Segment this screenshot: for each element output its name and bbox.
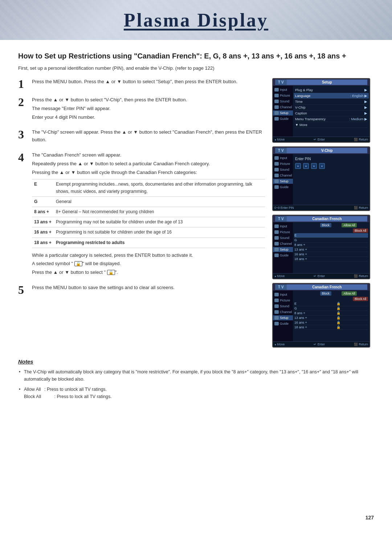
tv-header-cf2: T V Canadian French: [273, 284, 369, 291]
menu-transparency: Menu Transparency: Medium ▶: [295, 116, 367, 122]
cf2-sidebar-sound: Sound: [273, 304, 293, 309]
cat-desc-8: 8+ General – Not recommended for young c…: [54, 207, 265, 217]
input-icon: [274, 88, 279, 92]
cf2-sidebar-input: Input: [273, 292, 293, 297]
tv-screens-column: T V Setup Input Picture Sound Channel Se…: [272, 78, 374, 348]
step-2-number: 2: [18, 96, 27, 108]
sidebar-item-guide: Guide: [273, 116, 293, 121]
cf2-sidebar-setup: Setup: [273, 315, 293, 320]
cf2-sidebar-guide: Guide: [273, 321, 293, 326]
table-row: 8 ans + 8+ General – Not recommended for…: [32, 207, 265, 217]
cf1-col-headers: Block Allow All: [294, 223, 368, 227]
cf2-row-13: 13 ans + 🔒: [294, 316, 368, 320]
menu-more: ▼ More: [295, 122, 367, 128]
cf1-sidebar-setup: Setup: [273, 247, 293, 252]
category-table: E Exempt programming includes...news, sp…: [32, 179, 265, 248]
menu-language: Language: English ▶: [294, 93, 369, 99]
setup-icon: [274, 111, 279, 115]
cat-desc-g: General: [54, 196, 265, 207]
main-content: How to Set up Restrictions using "Canadi…: [0, 40, 392, 414]
step-5-content: Press the MENU button to save the settin…: [32, 284, 175, 293]
notes-title: Notes: [18, 358, 374, 365]
sidebar-item-setup2: Setup: [273, 179, 293, 184]
tv-body-setup: Input Picture Sound Channel Setup Guide …: [273, 86, 369, 137]
section-heading: How to Set up Restrictions using "Canadi…: [18, 51, 374, 61]
cf1-sidebar-picture: Picture: [273, 230, 293, 235]
step-4-number: 4: [18, 151, 27, 163]
cf2-row-8: 8 ans + 🔒: [294, 311, 368, 316]
table-row: E Exempt programming includes...news, sp…: [32, 179, 265, 196]
cf1-sidebar-input: Input: [273, 224, 293, 229]
sidebar-item-channel: Channel: [273, 105, 293, 110]
sidebar-item-input: Input: [273, 87, 293, 92]
cat-desc-18: Programming restricted to adults: [54, 238, 265, 248]
sidebar-item-channel2: Channel: [273, 173, 293, 178]
page-title: Plasma Display: [124, 9, 268, 31]
step-5: 5 Press the MENU button to save the sett…: [18, 284, 265, 296]
cf1-sidebar-guide: Guide: [273, 253, 293, 258]
pin-label: Enter PIN: [295, 157, 367, 161]
sidebar-item-sound: Sound: [273, 99, 293, 104]
tv-cf-main-2: Block Allow All Block All E 🔒 G: [293, 291, 369, 341]
sidebar-item-guide2: Guide: [273, 185, 293, 190]
cf2-block-btn: Block: [320, 291, 331, 296]
menu-time: Time▶: [295, 99, 367, 105]
sidebar-item-picture2: Picture: [273, 161, 293, 166]
table-row: 13 ans + Programming may not be suitable…: [32, 217, 265, 227]
table-row: G General: [32, 196, 265, 207]
step-5-number: 5: [18, 284, 27, 296]
tv-sidebar-setup: Input Picture Sound Channel Setup Guide: [273, 86, 293, 137]
channel-icon: [274, 105, 279, 109]
notes-section: Notes The V-Chip will automatically bloc…: [18, 355, 374, 400]
cf2-col-headers: Block Allow All: [294, 291, 368, 296]
tv-footer-cf1: ⬥ Move ↵ Enter ⬛ Return: [273, 273, 369, 279]
pin-dot-3: •: [311, 163, 317, 169]
pin-dot-1: •: [295, 163, 301, 169]
tv-footer-setup: ⬥ Move ↵ Enter ⬛ Return: [273, 137, 369, 142]
tv-pin-area: Enter PIN • • • •: [293, 154, 369, 205]
cat-label-e: E: [32, 179, 54, 196]
cf1-allow-btn: Allow All: [342, 223, 357, 227]
guide-icon: [274, 117, 279, 121]
tv-header-vchip: T V V-Chip: [273, 147, 369, 154]
cf1-block-btn: Block: [320, 223, 331, 227]
cf1-row-18: 18 ans +: [294, 257, 368, 262]
cat-label-18: 18 ans +: [32, 238, 54, 248]
page-number: 127: [366, 515, 374, 520]
menu-vchip: V-Chip▶: [295, 105, 367, 110]
pin-dots: • • • •: [295, 163, 367, 169]
step-2: 2 Press the ▲ or ▼ button to select "V-C…: [18, 96, 265, 122]
table-row: 18 ans + Programming restricted to adult…: [32, 238, 265, 248]
tv-sidebar-vchip: Input Picture Sound Channel Setup Guide: [273, 154, 293, 205]
step-4: 4 The "Canadian French" screen will appe…: [18, 151, 265, 277]
cf1-block-all-btn: Block All: [353, 228, 368, 233]
intro-text: First, set up a personal identification …: [18, 65, 374, 71]
tv-cf-main-1: Block Allow All Block All E: [293, 222, 369, 273]
step-4-content: The "Canadian French" screen will appear…: [32, 151, 265, 277]
tv-header-setup: T V Setup: [273, 79, 369, 86]
cf2-row-16: 16 ans + 🔒: [294, 320, 368, 325]
tv-screen-setup: T V Setup Input Picture Sound Channel Se…: [272, 78, 370, 143]
cf2-row-18: 18 ans + 🔒: [294, 325, 368, 330]
cat-label-g: G: [32, 196, 54, 207]
step-3-content: The "V-Chip" screen will appear. Press t…: [32, 129, 265, 145]
tv-sidebar-cf1: Input Picture Sound Channel Setup Guide: [273, 222, 293, 273]
cf1-row-g: G: [294, 238, 368, 243]
picture-icon: [274, 94, 279, 97]
cat-desc-13: Programming may not be suitable for chil…: [54, 217, 265, 227]
sidebar-item-setup: Setup: [273, 110, 293, 115]
tv-footer-cf2: ⬥ Move ↵ Enter ⬛ Return: [273, 341, 369, 347]
steps-layout: 1 Press the MENU button. Press the ▲ or …: [18, 78, 374, 348]
tv-body-cf2: Input Picture Sound Channel Setup Guide …: [273, 291, 369, 341]
cf1-row-13: 13 ans +: [294, 247, 368, 252]
step4-extra-notes: While a particular category is selected,…: [32, 252, 265, 276]
table-row: 16 ans + Programming is not suitable for…: [32, 227, 265, 238]
cat-desc-16: Programming is not suitable for children…: [54, 227, 265, 238]
menu-caption: Caption▶: [295, 110, 367, 116]
cf2-block-all-btn: Block All: [353, 297, 368, 301]
menu-plug-play: Plug & Play▶: [295, 87, 367, 93]
tv-sidebar-cf2: Input Picture Sound Channel Setup Guide: [273, 291, 293, 341]
tv-screen-cf2: T V Canadian French Input Picture Sound …: [272, 283, 370, 348]
tv-body-vchip: Input Picture Sound Channel Setup Guide …: [273, 154, 369, 205]
cf2-allow-btn: Allow All: [342, 291, 357, 296]
